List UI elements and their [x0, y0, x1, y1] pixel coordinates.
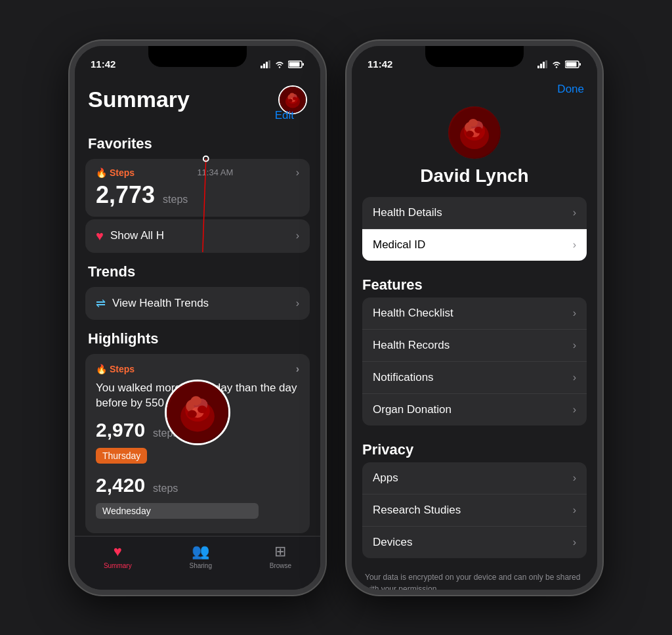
research-studies-chevron: › [573, 504, 576, 516]
steps-chevron: › [296, 167, 299, 179]
done-button[interactable]: Done [557, 83, 584, 96]
devices-chevron: › [573, 536, 576, 548]
tab-sharing[interactable]: 👥 Sharing [189, 543, 211, 569]
profile-top-bar: Done [352, 77, 597, 101]
svg-rect-29 [540, 64, 542, 68]
health-records-chevron: › [573, 339, 576, 351]
summary-tab-label: Summary [104, 562, 132, 569]
svg-point-23 [190, 396, 201, 405]
health-records-row[interactable]: Health Records › [362, 330, 587, 362]
show-all-health-row[interactable]: ♥ Show All H › [85, 219, 310, 253]
highlight2-unit: steps [153, 483, 178, 494]
svg-point-24 [198, 405, 207, 413]
tab-browse[interactable]: ⊞ Browse [270, 543, 291, 569]
svg-rect-31 [545, 60, 547, 68]
heart-icon: ♥ [96, 229, 104, 244]
research-studies-row[interactable]: Research Studies › [362, 494, 587, 527]
steps-time: 11:34 AM [197, 167, 233, 177]
steps-unit: steps [163, 194, 188, 206]
health-checklist-row[interactable]: Health Checklist › [362, 297, 587, 330]
svg-point-44 [466, 131, 474, 137]
svg-rect-7 [289, 62, 300, 66]
wifi-icon [274, 60, 285, 68]
svg-point-32 [556, 66, 557, 68]
rose-large-icon [448, 106, 501, 159]
status-icons-right [537, 60, 581, 68]
notch-right [425, 46, 524, 67]
apps-label: Apps [373, 471, 398, 485]
left-phone: 11:42 [70, 41, 326, 595]
organ-donation-row[interactable]: Organ Donation › [362, 394, 587, 426]
signal-icon [261, 60, 271, 68]
medical-id-chevron: › [573, 239, 576, 251]
features-section: Health Checklist › Health Records › Noti… [362, 297, 587, 426]
notch [148, 46, 247, 67]
health-details-label: Health Details [373, 206, 442, 219]
research-studies-label: Research Studies [373, 504, 461, 517]
summary-tab-icon: ♥ [114, 543, 122, 560]
browse-tab-label: Browse [270, 562, 291, 569]
show-all-text: Show All H [110, 229, 164, 242]
privacy-section: Apps › Research Studies › Devices › [362, 462, 587, 558]
privacy-section-label: Privacy [352, 433, 597, 462]
notifications-row[interactable]: Notifications › [362, 362, 587, 394]
svg-rect-2 [266, 62, 268, 68]
status-time-right: 11:42 [368, 58, 392, 70]
highlight1-value: 2,970 [96, 419, 145, 441]
health-checklist-label: Health Checklist [373, 307, 453, 320]
right-phone: 11:42 [346, 41, 602, 595]
favorites-section-header: Favorites [75, 127, 320, 156]
devices-row[interactable]: Devices › [362, 527, 587, 558]
svg-rect-34 [579, 63, 581, 66]
highlight-step-label: 🔥 Steps › [96, 363, 299, 375]
tab-summary[interactable]: ♥ Summary [104, 543, 132, 569]
svg-rect-28 [537, 66, 539, 68]
medical-id-row[interactable]: Medical ID › [362, 229, 587, 261]
zoom-circle [165, 380, 230, 445]
steps-label: 🔥 Steps [96, 167, 135, 178]
show-all-chevron: › [296, 230, 299, 242]
left-screen: 11:42 [75, 46, 320, 590]
svg-point-15 [293, 97, 297, 100]
profile-avatar-section: David Lynch [352, 101, 597, 197]
privacy-note: Your data is encrypted on your device an… [352, 566, 597, 590]
wednesday-bar: Wednesday [96, 503, 259, 519]
svg-point-42 [469, 119, 478, 127]
status-time-left: 11:42 [91, 58, 116, 70]
highlight-chevron: › [296, 363, 299, 375]
steps-card[interactable]: 🔥 Steps 11:34 AM › 2,773 steps [85, 159, 310, 217]
sharing-tab-label: Sharing [189, 562, 211, 569]
trends-section-header: Trends [75, 255, 320, 284]
profile-name: David Lynch [420, 165, 528, 186]
apps-row[interactable]: Apps › [362, 462, 587, 494]
svg-point-14 [290, 93, 295, 97]
svg-point-16 [289, 99, 293, 102]
show-all-left: ♥ Show All H [96, 229, 164, 244]
view-health-trends-label: View Health Trends [112, 297, 209, 310]
health-checklist-chevron: › [573, 307, 576, 319]
zoom-rose-icon [167, 380, 228, 445]
signal-icon-right [537, 60, 548, 68]
svg-rect-30 [543, 62, 545, 68]
trends-icon: ⇌ [96, 296, 106, 311]
health-details-row[interactable]: Health Details › [362, 197, 587, 229]
edit-button[interactable]: Edit [75, 109, 294, 122]
battery-icon-right [565, 60, 581, 68]
trends-row[interactable]: ⇌ View Health Trends › [85, 287, 310, 320]
browse-tab-icon: ⊞ [274, 543, 286, 560]
svg-point-4 [279, 66, 280, 68]
profile-rose-large [448, 106, 501, 159]
profile-avatar-large[interactable] [448, 106, 501, 159]
features-section-label: Features [352, 269, 597, 297]
notifications-chevron: › [573, 372, 576, 383]
health-details-section: Health Details › Medical ID › [362, 197, 587, 261]
organ-donation-chevron: › [573, 404, 576, 416]
zoom-rose [167, 382, 228, 443]
right-screen: 11:42 [352, 46, 597, 590]
svg-rect-3 [268, 60, 270, 68]
wifi-icon-right [551, 60, 562, 68]
svg-rect-35 [566, 62, 577, 66]
steps-value: 2,773 [96, 181, 155, 209]
sharing-tab-icon: 👥 [192, 543, 209, 560]
battery-icon [288, 60, 304, 68]
